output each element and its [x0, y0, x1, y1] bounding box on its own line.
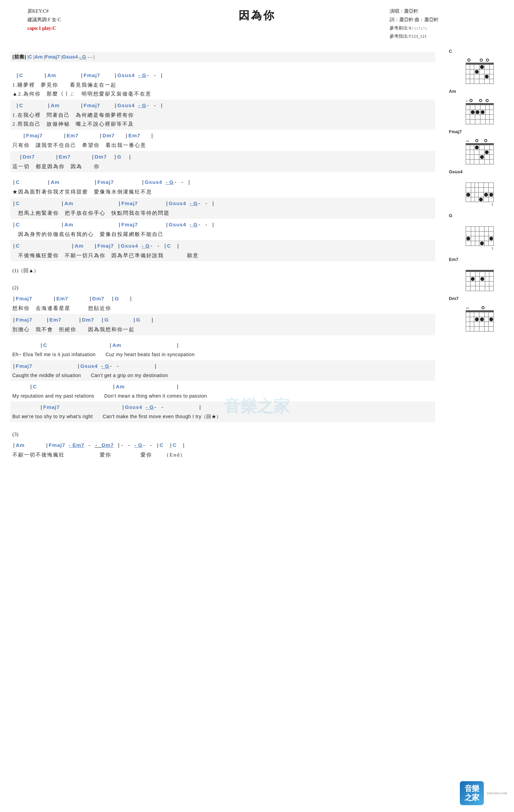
chord-diagram-Dm7: Dm7 x x — [449, 295, 511, 332]
verse-block-2: |C|Am|Fmaj7|Gsus4 - G- - | 1.在我心裡 問著自己 為… — [10, 100, 435, 130]
section3-block-1: |Am|Fmaj7 - Em7 - - Dm7 |- - - G- - |C |… — [10, 439, 435, 461]
english-block-4: |Fmaj7|Gsus4 - G- -| But we're too shy t… — [10, 401, 435, 422]
original-key: 原KEY:C# — [27, 7, 61, 15]
english-block-2: |Fmaj7|Gsus4 - G- -| Caught the middle o… — [10, 360, 435, 381]
chorus-block-2: |C|Am|Fmaj7|Gsus4 - G- - | 想馬上抱緊著你 把手放在你… — [10, 198, 435, 219]
section-3-label: (3) — [10, 429, 435, 439]
section-2-label: (2) — [10, 283, 435, 293]
verse-block-3: |Fmaj7|Em7|Dm7|Em7| 只有你 讓我管不住自己 希望你 看出我一… — [10, 130, 435, 151]
logo-bottom: 音樂之家 yinyuezi.com — [460, 781, 507, 805]
verse-block-4: |Dm7|Em7|Dm7|G| 這一切 都是因為你 因為 你 — [10, 151, 435, 172]
chorus-block-1: |C|Am|Fmaj7|Gsus4 - G- - | ★因為面對著你我才笑得甜蜜… — [10, 176, 435, 198]
chord-diagrams: C — [449, 48, 511, 336]
chord-diagram-Am: Am x — [449, 88, 511, 124]
english-block-1: |C|Am| Eh~ Elva Tell me is it just infat… — [10, 339, 435, 360]
chord-diagram-Gsus4: Gsus4 — [449, 168, 511, 208]
ref-finger: 參考指法:T123_121 — [390, 32, 439, 40]
back-label-1: (1)（回▲） — [10, 265, 435, 276]
main-content: [前奏] |C |Am |Fmaj7 |Gsus4 - G - - | |C|A… — [10, 52, 504, 461]
site-url: yinyuezi.com — [487, 790, 507, 796]
lyricist: 詞：蕭亞軒 曲：蕭亞軒 — [390, 15, 439, 24]
suggest-key: 建議男調:F 女:C — [27, 15, 61, 24]
verse-block-1: |C|Am|Fmaj7|Gsus4 - G- - | 1.睡夢裡 夢見你 看見我… — [10, 70, 435, 100]
chord-diagram-Em7: Em7 — [449, 256, 511, 291]
chorus-block-4: |C|Am|Fmaj7|Gsus4 - G- - |C | 不後悔瘋狂愛你 不願… — [10, 240, 435, 261]
chorus-block-3: |C|Am|Fmaj7|Gsus4 - G- - | 因為身旁的你徹底佔有我的心… — [10, 219, 435, 240]
intro-line: [前奏] |C |Am |Fmaj7 |Gsus4 - G - - | — [10, 52, 435, 62]
logo-icon: 音樂之家 — [460, 781, 484, 805]
chord-diagram-C: C — [449, 48, 511, 84]
ref-strum: 參考刷法:X↑↓↓↑↓↑↓ — [390, 24, 439, 32]
performer: 演唱：蕭亞軒 — [390, 7, 439, 15]
section2-block-1: |Fmaj7|Em7|Dm7|G| 想和你 去海邊看星星 想貼近你 — [10, 293, 435, 314]
chord-diagram-G: G — [449, 212, 511, 252]
chord-diagram-Fmaj7: Fmaj7 x x — [449, 128, 511, 165]
meta-left: 原KEY:C# 建議男調:F 女:C capo:1 play:C — [27, 7, 61, 33]
meta-right: 演唱：蕭亞軒 詞：蕭亞軒 曲：蕭亞軒 參考刷法:X↑↓↓↑↓↑↓ 參考指法:T1… — [390, 7, 439, 40]
capo: capo:1 play:C — [27, 24, 61, 33]
english-block-3: |C|Am| My reputation and my past relatio… — [10, 381, 435, 401]
section2-block-2: |Fmaj7|Em7|Dm7|G|G| 別擔心 我不會 拒絕你 因為我想和你一起 — [10, 314, 435, 335]
